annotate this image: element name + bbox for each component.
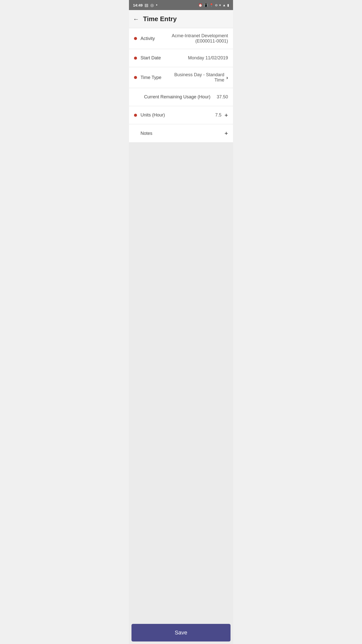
whatsapp-icon: ◎ [150,3,154,8]
current-remaining-usage-value: 37.50 [214,94,228,100]
time-type-value: Business Day - Standard Time [165,72,224,83]
activity-row[interactable]: Activity Acme-Intranet Development (E000… [129,28,233,49]
units-hour-row[interactable]: Units (Hour) 7.5 + [129,106,233,124]
status-bar: 14:49 ▤ ◎ • ⏰ 📳 📍 ⊖ ▾ ▲ ▮ [129,0,233,10]
wifi-icon: ▾ [219,3,221,7]
time-type-row[interactable]: Time Type Business Day - Standard Time › [129,67,233,88]
dnd-icon: ⊖ [215,3,218,7]
start-date-label-group: Start Date [134,55,161,61]
time-type-label: Time Type [141,75,161,80]
alarm-icon: ⏰ [198,3,202,7]
activity-value: Acme-Intranet Development (E000011-0001) [159,33,228,44]
header: ← Time Entry [129,10,233,28]
time-type-value-group: Business Day - Standard Time › [165,72,228,83]
activity-label-group: Activity [134,36,155,41]
current-remaining-usage-label: Current Remaining Usage (Hour) [144,94,210,100]
form-container: Activity Acme-Intranet Development (E000… [129,28,233,143]
back-button[interactable]: ← [133,16,139,23]
save-button[interactable]: Save [131,624,231,641]
save-button-container: Save [129,621,233,644]
units-hour-label-group: Units (Hour) [134,112,165,118]
chevron-right-icon: › [226,75,228,80]
status-left: 14:49 ▤ ◎ • [133,3,157,8]
status-time: 14:49 [133,3,143,7]
battery-icon: ▮ [227,3,229,7]
units-hour-value: 7.5 [215,112,221,118]
message-icon: ▤ [145,3,148,8]
gray-area [129,143,233,238]
current-remaining-usage-row: Current Remaining Usage (Hour) 37.50 [129,88,233,106]
start-date-value: Monday 11/02/2019 [165,55,228,61]
vibrate-icon: 📳 [204,3,208,7]
location-icon: 📍 [209,3,213,7]
units-hour-label: Units (Hour) [141,112,165,118]
page-title: Time Entry [143,15,177,23]
notes-label: Notes [141,131,152,136]
notification-dot: • [156,3,157,7]
units-hour-value-group: 7.5 + [169,112,228,119]
status-icons-right: ⏰ 📳 📍 ⊖ ▾ ▲ ▮ [198,3,229,7]
units-required-dot [134,114,137,117]
time-type-label-group: Time Type [134,75,161,80]
start-date-label: Start Date [141,55,161,61]
content-wrapper: Activity Acme-Intranet Development (E000… [129,28,233,621]
start-date-required-dot [134,57,137,60]
start-date-row[interactable]: Start Date Monday 11/02/2019 [129,49,233,67]
current-remaining-usage-label-group: Current Remaining Usage (Hour) [134,94,210,100]
notes-row[interactable]: Notes + [129,124,233,143]
activity-label: Activity [141,36,155,41]
units-plus-icon[interactable]: + [224,112,228,119]
time-type-required-dot [134,76,137,79]
signal-icon: ▲ [222,3,226,7]
notes-plus-icon[interactable]: + [224,130,228,137]
activity-required-dot [134,37,137,40]
